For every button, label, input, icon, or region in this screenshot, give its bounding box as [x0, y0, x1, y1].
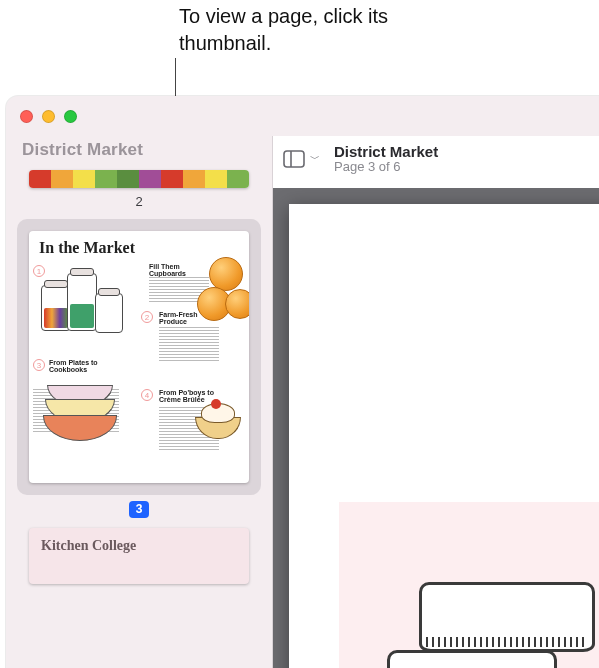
svg-rect-0: [284, 151, 304, 167]
window-titlebar: [6, 96, 599, 136]
jar-lids-illustration: [359, 564, 599, 668]
thumb3-badge-3: 3: [33, 359, 45, 371]
app-window: District Market 2 In the Market 1 2 3 4: [6, 96, 599, 668]
thumbnail-selection: In the Market 1 2 3 4 Fill Them Cupboard…: [17, 219, 261, 495]
callout-text: To view a page, click its thumbnail.: [179, 3, 439, 57]
window-minimize-button[interactable]: [42, 110, 55, 123]
thumb3-badge-4: 4: [141, 389, 153, 401]
thumb3-h1: Fill Them Cupboards: [149, 263, 209, 278]
sidebar-doc-title: District Market: [18, 136, 260, 170]
toolbar: ﹀ District Market Page 3 of 6: [273, 136, 599, 188]
thumb3-title: In the Market: [29, 231, 249, 259]
window-zoom-button[interactable]: [64, 110, 77, 123]
window-close-button[interactable]: [20, 110, 33, 123]
sidebar-icon: [283, 150, 305, 168]
page-indicator: Page 3 of 6: [334, 160, 438, 175]
jars-icon: [41, 265, 131, 345]
thumbnail-art: [29, 170, 249, 188]
orange-icon: [209, 257, 243, 291]
page-number-3-current: 3: [129, 501, 150, 518]
orange-icon: [225, 289, 249, 319]
page-number-2: 2: [135, 194, 142, 209]
document-title[interactable]: District Market: [334, 143, 438, 160]
page-viewport[interactable]: In the Market 1: [273, 188, 599, 668]
thumb4-title: Kitchen College: [29, 528, 249, 558]
tart-icon: [189, 399, 247, 443]
page-thumbnail-2[interactable]: [29, 170, 249, 188]
thumb3-art: 1 2 3 4 Fill Them Cupboards Farm-Fresh P…: [29, 259, 249, 473]
thumb3-h3: From Plates to Cookbooks: [49, 359, 109, 374]
page-thumbnail-3[interactable]: In the Market 1 2 3 4 Fill Them Cupboard…: [29, 231, 249, 483]
main-pane: ﹀ District Market Page 3 of 6 In the Mar…: [273, 136, 599, 668]
thumbnails-sidebar: District Market 2 In the Market 1 2 3 4: [6, 136, 273, 668]
sidebar-toggle-button[interactable]: ﹀: [283, 150, 320, 168]
page-thumbnail-4[interactable]: Kitchen College: [29, 528, 249, 584]
thumb3-badge-2: 2: [141, 311, 153, 323]
document-page: In the Market 1: [289, 204, 599, 668]
bowls-icon: [37, 385, 123, 449]
thumb3-para: [159, 327, 219, 361]
chevron-down-icon: ﹀: [310, 152, 320, 166]
